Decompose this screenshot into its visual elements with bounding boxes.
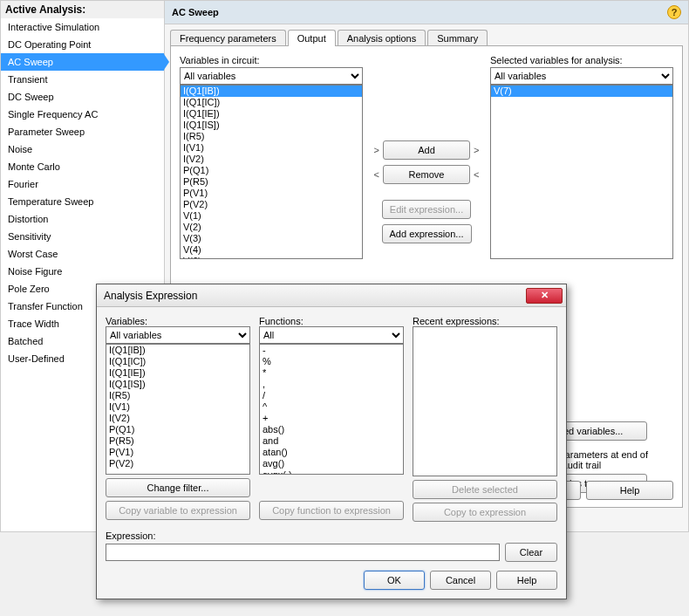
tab-frequency-parameters[interactable]: Frequency parameters [170,30,286,46]
list-item[interactable]: I(Q1[IB]) [181,86,362,97]
angle-right-icon: > [374,145,379,155]
list-item[interactable]: P(V2) [181,199,362,210]
angle-right-icon: > [474,145,479,155]
list-item[interactable]: V(1) [181,210,362,222]
list-item[interactable]: I(Q1[IS]) [181,120,362,131]
list-item[interactable]: I(Q1[IB]) [106,345,249,356]
edit-expression-button[interactable]: Edit expression... [382,200,471,219]
sidebar-item-single-frequency-ac[interactable]: Single Frequency AC [1,106,164,123]
dlg-recent-label: Recent expressions: [413,316,557,326]
sidebar-item-sensitivity[interactable]: Sensitivity [1,228,164,245]
list-item[interactable]: - [260,345,403,356]
copy-variable-button[interactable]: Copy variable to expression [106,501,250,520]
list-item[interactable]: P(Q1) [106,424,249,435]
list-item[interactable]: P(R5) [181,176,362,188]
list-item[interactable]: I(V1) [106,401,249,413]
list-item[interactable]: P(Q1) [181,165,362,176]
list-item[interactable]: P(V1) [106,447,249,458]
dlg-help-button[interactable]: Help [496,571,557,590]
list-item[interactable]: V(6) [181,256,362,259]
list-item[interactable]: avg() [260,458,403,469]
dlg-functions-label: Functions: [259,316,404,326]
help-icon[interactable]: ? [667,5,681,19]
sidebar-item-worst-case[interactable]: Worst Case [1,245,164,263]
list-item[interactable]: % [260,356,403,367]
tab-summary[interactable]: Summary [427,30,488,46]
tab-output[interactable]: Output [288,30,336,46]
change-filter-button[interactable]: Change filter... [106,478,250,497]
sidebar-item-distortion[interactable]: Distortion [1,210,164,228]
list-item[interactable]: I(R5) [181,131,362,142]
dlg-variables-listbox[interactable]: I(Q1[IB])I(Q1[IC])I(Q1[IE])I(Q1[IS])I(R5… [106,344,250,475]
angle-left-icon: < [374,169,379,180]
ok-button[interactable]: OK [364,571,425,590]
delete-selected-button[interactable]: Delete selected [413,480,557,499]
variables-in-circuit-label: Variables in circuit: [180,55,363,65]
list-item[interactable]: I(V2) [181,154,362,165]
sidebar-header: Active Analysis: [1,1,164,18]
angle-left-icon: < [474,169,479,180]
expression-input[interactable] [106,544,500,561]
list-item[interactable]: V(7) [491,86,672,97]
sidebar-item-interactive-simulation[interactable]: Interactive Simulation [1,18,164,36]
list-item[interactable]: V(4) [181,244,362,256]
sidebar-item-fourier[interactable]: Fourier [1,175,164,193]
list-item[interactable]: , [260,379,403,390]
list-item[interactable]: I(Q1[IC]) [181,97,362,108]
list-item[interactable]: V(2) [181,222,362,233]
dialog-title: Analysis Expression [104,290,197,302]
sidebar-item-monte-carlo[interactable]: Monte Carlo [1,158,164,175]
close-icon[interactable]: ✕ [526,288,563,304]
list-item[interactable]: abs() [260,424,403,435]
list-item[interactable]: V(3) [181,233,362,244]
expression-label: Expression: [106,530,155,541]
list-item[interactable]: avgx(,) [260,469,403,475]
list-item[interactable]: I(Q1[IS]) [106,379,249,390]
remove-button[interactable]: Remove [383,165,470,184]
dlg-variables-label: Variables: [106,316,250,326]
dlg-variables-combo[interactable]: All variables [106,326,250,344]
dialog-titlebar[interactable]: Analysis Expression ✕ [97,284,566,307]
variables-filter-combo[interactable]: All variables [180,67,363,85]
sidebar-item-noise[interactable]: Noise [1,140,164,158]
list-item[interactable]: ^ [260,401,403,413]
sidebar-item-noise-figure[interactable]: Noise Figure [1,263,164,280]
sidebar-item-dc-sweep[interactable]: DC Sweep [1,88,164,106]
clear-button[interactable]: Clear [505,543,557,562]
sidebar-item-temperature-sweep[interactable]: Temperature Sweep [1,193,164,210]
sidebar-item-transient[interactable]: Transient [1,71,164,88]
help-button[interactable]: Help [586,481,673,500]
variables-in-circuit-listbox[interactable]: I(Q1[IB])I(Q1[IC])I(Q1[IE])I(Q1[IS])I(R5… [180,85,363,259]
list-item[interactable]: atan() [260,447,403,458]
list-item[interactable]: / [260,390,403,401]
pane-title: AC Sweep [172,7,219,17]
list-item[interactable]: P(R5) [106,435,249,447]
copy-function-button[interactable]: Copy function to expression [259,501,404,520]
selected-variables-filter-combo[interactable]: All variables [490,67,673,85]
dlg-cancel-button[interactable]: Cancel [430,571,491,590]
tab-strip: Frequency parametersOutputAnalysis optio… [165,24,688,46]
add-expression-button[interactable]: Add expression... [382,224,472,243]
add-button[interactable]: Add [383,140,470,160]
list-item[interactable]: * [260,367,403,379]
list-item[interactable]: I(Q1[IC]) [106,356,249,367]
sidebar-item-parameter-sweep[interactable]: Parameter Sweep [1,123,164,140]
list-item[interactable]: I(Q1[IE]) [106,367,249,379]
tab-analysis-options[interactable]: Analysis options [338,30,426,46]
sidebar-item-dc-operating-point[interactable]: DC Operating Point [1,36,164,53]
selected-variables-listbox[interactable]: V(7) [490,85,673,259]
list-item[interactable]: + [260,413,403,424]
list-item[interactable]: P(V2) [106,458,249,469]
analysis-expression-dialog: Analysis Expression ✕ Variables: All var… [96,284,567,599]
list-item[interactable]: I(V2) [106,413,249,424]
list-item[interactable]: P(V1) [181,188,362,199]
list-item[interactable]: I(R5) [106,390,249,401]
list-item[interactable]: and [260,435,403,447]
list-item[interactable]: I(Q1[IE]) [181,108,362,120]
sidebar-item-ac-sweep[interactable]: AC Sweep [1,53,164,71]
dlg-functions-combo[interactable]: All [259,326,404,344]
list-item[interactable]: I(V1) [181,142,362,154]
copy-to-expression-button[interactable]: Copy to expression [413,503,557,522]
dlg-functions-listbox[interactable]: -%*,/^+abs()andatan()avg()avgx(,)boltz [259,344,404,475]
dlg-recent-listbox[interactable] [413,326,557,476]
